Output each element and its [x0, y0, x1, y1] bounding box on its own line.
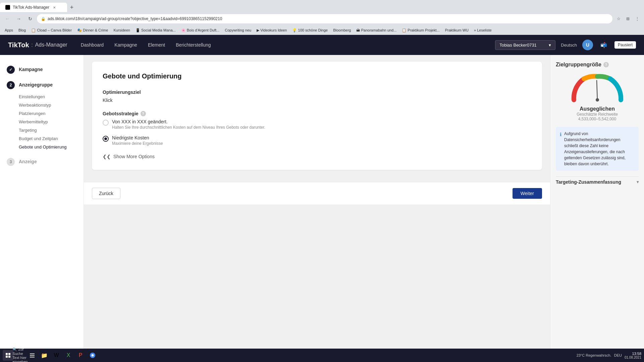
account-selector[interactable]: Tobias Becker0731 ▾: [495, 40, 555, 50]
sidebar-child-budget[interactable]: Budget und Zeitplan: [19, 134, 84, 143]
tab-close-btn[interactable]: ✕: [52, 5, 57, 10]
step2-label: Anzeigegruppe: [19, 82, 53, 87]
menu-btn[interactable]: ⋮: [633, 15, 641, 23]
user-avatar[interactable]: U: [582, 40, 593, 50]
targeting-chevron-icon: ▾: [637, 180, 639, 184]
bookmark-copy[interactable]: Copywriting neu: [223, 27, 253, 33]
taskbar: 🔍 Zur Suche Text hier eingeben 📁 W X P 2…: [0, 349, 644, 362]
sidebar-child-gebote[interactable]: Gebote und Optimierung: [19, 143, 84, 151]
pause-btn[interactable]: Pausiert: [614, 41, 636, 49]
lang-selector[interactable]: Deutsch: [561, 43, 577, 48]
sidebar-step1[interactable]: ✓ Kampagne: [0, 62, 84, 77]
bookmark-bois[interactable]: 🌸 Bois d'Argent Duft...: [179, 27, 222, 33]
nav-kampagne[interactable]: Kampagne: [114, 41, 137, 49]
forward-nav-btn[interactable]: →: [14, 14, 23, 23]
url-bar[interactable]: 🔒 ads.tiktok.com/i18n/campaign/ad-group/…: [37, 14, 612, 23]
taskbar-lang: DEU: [614, 353, 622, 357]
back-button[interactable]: Zurück: [92, 188, 120, 199]
info-icon: ℹ: [560, 131, 561, 167]
gauge-chart: [571, 73, 624, 103]
bookmark-btn[interactable]: ☆: [614, 15, 623, 23]
sidebar-child-platzierungen[interactable]: Platzierungen: [19, 109, 84, 118]
gebotsstrategie-label: Gebotsstrategie ?: [103, 111, 531, 116]
bookmark-kursideen[interactable]: Kursideen: [111, 27, 132, 33]
taskbar-excel-btn[interactable]: X: [63, 350, 74, 361]
gauge-label: Ausgeglichen: [580, 106, 615, 112]
account-name: Tobias Becker0731: [499, 43, 537, 48]
reload-nav-btn[interactable]: ↻: [25, 14, 35, 23]
bookmark-video[interactable]: ▶ Videokurs Ideen: [255, 27, 289, 33]
taskbar-view-btn[interactable]: [27, 350, 38, 361]
svg-point-10: [92, 354, 94, 357]
bookmark-praktikum1[interactable]: 📋 Praktikum Projekt...: [400, 27, 441, 33]
sidebar-step2[interactable]: 2 Anzeigegruppe: [0, 77, 84, 93]
show-more-options[interactable]: ❮❮ Show More Options: [103, 154, 531, 159]
gauge-container: Ausgeglichen Geschätzte Reichweite 4,533…: [556, 73, 639, 121]
svg-rect-5: [8, 356, 10, 358]
bookmark-social[interactable]: 📱 Social Media Mana...: [133, 27, 178, 33]
tab-title: TikTok Ads-Manager: [13, 5, 49, 10]
bookmark-praktikum2[interactable]: Praktikum WU: [443, 27, 471, 33]
browser-tab[interactable]: TikTok Ads-Manager ✕: [0, 3, 67, 12]
bookmark-blog[interactable]: Blog: [16, 27, 28, 33]
bidding-option1[interactable]: Von XXX in XXX geändert. Halten Sie Ihre…: [103, 119, 531, 130]
nav-element[interactable]: Element: [148, 41, 165, 49]
sidebar-child-targeting[interactable]: Targeting: [19, 126, 84, 134]
step3-indicator: 3: [7, 158, 15, 166]
bidding-option2[interactable]: Niedrigste Kosten Maximiere deine Ergebn…: [103, 135, 531, 146]
next-button[interactable]: Weiter: [513, 188, 542, 199]
bookmark-panorama[interactable]: 🏔 Panoramabahn und...: [354, 27, 398, 33]
taskbar-word-btn[interactable]: W: [51, 350, 62, 361]
taskbar-start-btn[interactable]: [3, 350, 13, 361]
gebote-section: Gebote und Optimierung Optimierungsziel …: [92, 62, 542, 170]
taskbar-weather: 23°C Regenwahrsch.: [577, 353, 611, 357]
radio-option2-title: Niedrigste Kosten: [112, 135, 163, 140]
bookmark-bloomberg[interactable]: Bloomberg: [331, 27, 353, 33]
extension-btn[interactable]: ⊞: [624, 15, 632, 23]
taskbar-chrome-btn[interactable]: [87, 350, 98, 361]
bookmark-100[interactable]: 💡 100 schöne Dinge: [290, 27, 330, 33]
right-panel-help-icon[interactable]: ?: [603, 62, 609, 67]
bookmarks-bar: Apps Blog 📋 Cload – Canva Bilder 🎭 Dinne…: [0, 25, 644, 35]
section-title: Gebote und Optimierung: [103, 72, 531, 80]
top-nav: TikTok : Ads-Manager Dashboard Kampagne …: [0, 35, 644, 55]
taskbar-search-btn[interactable]: 🔍 Zur Suche Text hier eingeben: [15, 350, 25, 361]
taskbar-ppt-btn[interactable]: P: [75, 350, 86, 361]
bookmark-leseliste[interactable]: » Leseliste: [472, 27, 494, 33]
gebotsstrategie-help-icon[interactable]: ?: [141, 111, 146, 116]
info-text: Aufgrund von Datensicherheitsanforderung…: [564, 131, 635, 167]
tab-favicon: [5, 5, 10, 10]
taskbar-right: 23°C Regenwahrsch. DEU 13:58 01.08.2021: [577, 352, 641, 359]
checkmark-icon: ✓: [9, 67, 12, 72]
gebotsstrategie-group: Gebotsstrategie ? Von XXX in XXX geänder…: [103, 111, 531, 146]
bookmark-canva[interactable]: 📋 Cload – Canva Bilder: [29, 27, 74, 33]
sidebar-child-werbemitteltyp[interactable]: Werbemitteltyp: [19, 118, 84, 126]
svg-rect-8: [30, 357, 35, 358]
svg-rect-6: [30, 353, 35, 354]
step2-indicator: 2: [7, 81, 15, 89]
nav-berichterstellung[interactable]: Berichterstellung: [176, 41, 211, 49]
new-tab-btn[interactable]: +: [67, 3, 76, 12]
bookmark-dinner[interactable]: 🎭 Dinner & Crime: [75, 27, 110, 33]
sidebar-child-einstellungen[interactable]: Einstellungen: [19, 93, 84, 101]
back-nav-btn[interactable]: ←: [3, 14, 12, 23]
radio-option1-content: Von XXX in XXX geändert. Halten Sie Ihre…: [112, 119, 265, 130]
logo-separator: :: [31, 42, 33, 49]
notification-btn[interactable]: 📬: [598, 40, 609, 50]
nav-right: Tobias Becker0731 ▾ Deutsch U 📬 Pausiert: [495, 40, 636, 50]
info-box: ℹ Aufgrund von Datensicherheitsanforderu…: [556, 127, 639, 171]
sidebar-step2-group: 2 Anzeigegruppe Einstellungen Werbeaktio…: [0, 77, 84, 151]
optimierungsziel-value: Klick: [103, 98, 531, 103]
bookmark-apps[interactable]: Apps: [3, 27, 15, 33]
sidebar-step3[interactable]: 3 Anzeige: [0, 154, 84, 169]
taskbar-explorer-btn[interactable]: 📁: [39, 350, 50, 361]
radio-option1-title: Von XXX in XXX geändert.: [112, 119, 265, 124]
sidebar-child-werbeaktionstyp[interactable]: Werbeaktionstyp: [19, 101, 84, 109]
targeting-summary-toggle[interactable]: Targeting-Zusammenfassung ▾: [556, 176, 639, 187]
svg-rect-3: [8, 353, 10, 355]
targeting-summary: Targeting-Zusammenfassung ▾: [556, 176, 639, 187]
nav-buttons: Zurück Weiter: [84, 182, 550, 204]
chevron-down-icon: ❮❮: [103, 154, 111, 159]
logo: TikTok : Ads-Manager: [8, 41, 67, 49]
nav-dashboard[interactable]: Dashboard: [81, 41, 104, 49]
